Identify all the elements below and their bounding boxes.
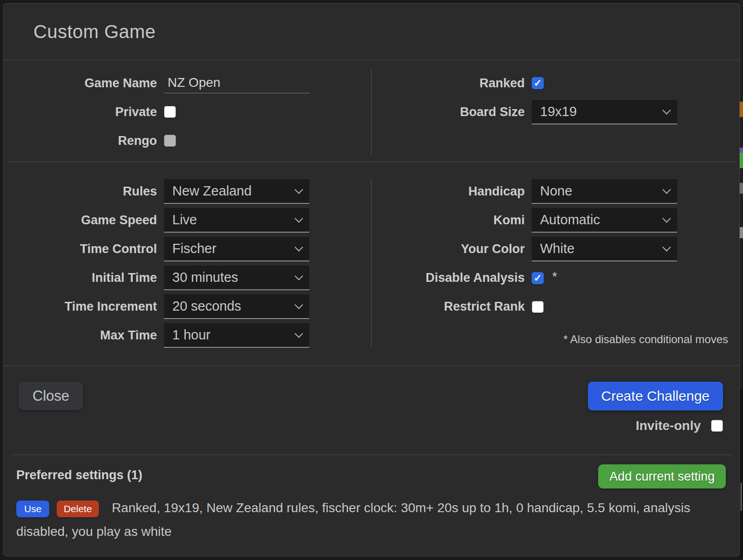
game-speed-label: Game Speed <box>4 213 157 228</box>
time-increment-row: Time Increment 20 seconds <box>4 294 371 319</box>
time-increment-label: Time Increment <box>4 300 157 314</box>
chevron-down-icon <box>662 185 671 194</box>
your-color-select[interactable]: White <box>532 237 677 261</box>
background-sliver <box>741 483 742 511</box>
chevron-down-icon <box>294 300 303 309</box>
chevron-down-icon <box>294 185 303 194</box>
max-time-label: Max Time <box>4 328 157 343</box>
time-increment-value: 20 seconds <box>172 299 241 314</box>
game-speed-value: Live <box>172 212 197 228</box>
background-sliver <box>740 389 743 560</box>
handicap-label: Handicap <box>372 184 525 199</box>
preferred-setting-entry: Use Delete Ranked, 19x19, New Zealand ru… <box>16 496 699 543</box>
rules-label: Rules <box>4 184 157 199</box>
game-speed-row: Game Speed Live <box>4 208 371 233</box>
game-name-input[interactable] <box>164 73 309 93</box>
chevron-down-icon <box>662 106 671 114</box>
dialog-footer: Close Create Challenge Invite-only <box>4 365 739 455</box>
max-time-select[interactable]: 1 hour <box>164 323 309 348</box>
ranked-label: Ranked <box>372 76 525 91</box>
footer-right-group: Create Challenge Invite-only <box>588 382 723 433</box>
rules-select[interactable]: New Zealand <box>164 179 309 204</box>
handicap-row: Handicap None <box>372 179 739 204</box>
background-sliver <box>740 102 743 117</box>
game-name-row: Game Name <box>4 69 371 98</box>
time-increment-select[interactable]: 20 seconds <box>164 294 309 319</box>
rules-value: New Zealand <box>172 183 252 199</box>
board-size-select[interactable]: 19x19 <box>532 100 677 124</box>
handicap-select[interactable]: None <box>532 179 677 204</box>
game-name-label: Game Name <box>4 76 157 91</box>
board-size-label: Board Size <box>372 105 525 119</box>
restrict-rank-checkbox[interactable] <box>532 301 544 313</box>
general-left-column: Game Name Private Rengo <box>4 69 372 155</box>
chevron-down-icon <box>662 243 671 251</box>
ranked-row: Ranked ✓ <box>372 69 739 98</box>
chevron-down-icon <box>294 214 303 222</box>
disable-analysis-checkbox[interactable]: ✓ <box>532 272 544 284</box>
initial-time-row: Initial Time 30 minutes <box>4 266 371 290</box>
handicap-value: None <box>540 183 572 199</box>
invite-only-checkbox[interactable] <box>711 420 723 432</box>
footnote-marker: * <box>552 270 557 283</box>
restrict-rank-label: Restrict Rank <box>372 300 525 314</box>
board-size-value: 19x19 <box>540 104 577 119</box>
preferred-settings-heading: Preferred settings (1) <box>16 468 143 482</box>
private-checkbox[interactable] <box>164 106 176 118</box>
add-current-setting-button[interactable]: Add current setting <box>598 464 726 488</box>
komi-value: Automatic <box>540 212 600 228</box>
initial-time-label: Initial Time <box>4 271 157 285</box>
check-icon: ✓ <box>534 78 542 88</box>
advanced-settings-column: Handicap None Komi Automatic Your Color … <box>372 179 739 348</box>
invite-only-label: Invite-only <box>636 418 701 433</box>
time-control-select[interactable]: Fischer <box>164 237 309 261</box>
max-time-row: Max Time 1 hour <box>4 323 371 348</box>
background-page-edge <box>740 0 743 560</box>
private-row: Private <box>4 98 371 126</box>
time-settings-column: Rules New Zealand Game Speed Live Time C… <box>4 179 372 348</box>
background-sliver <box>740 153 743 168</box>
disable-analysis-row: Disable Analysis ✓ * <box>372 266 739 290</box>
your-color-label: Your Color <box>372 242 525 256</box>
analysis-footnote: * Also disables conditional moves <box>563 333 739 348</box>
time-control-label: Time Control <box>4 242 157 256</box>
background-sliver <box>740 227 743 238</box>
dialog-title: Custom Game <box>33 21 156 42</box>
ranked-checkbox[interactable]: ✓ <box>532 77 544 89</box>
create-challenge-button[interactable]: Create Challenge <box>588 382 723 410</box>
close-button[interactable]: Close <box>19 382 83 410</box>
initial-time-value: 30 minutes <box>172 270 238 285</box>
detail-settings-pane: Rules New Zealand Game Speed Live Time C… <box>4 162 739 365</box>
dialog-header: Custom Game <box>4 4 739 60</box>
chevron-down-icon <box>294 329 303 338</box>
footnote-row: * Also disables conditional moves <box>372 323 739 348</box>
chevron-down-icon <box>662 214 671 222</box>
invite-only-row: Invite-only <box>636 418 723 433</box>
chevron-down-icon <box>294 272 303 280</box>
use-setting-button[interactable]: Use <box>16 501 49 517</box>
disable-analysis-label: Disable Analysis <box>372 271 525 285</box>
rengo-row: Rengo <box>4 126 371 155</box>
rengo-checkbox[interactable] <box>164 135 176 147</box>
general-settings-pane: Game Name Private Rengo Ranked ✓ Board S… <box>4 60 739 162</box>
time-control-value: Fischer <box>172 241 216 256</box>
rules-row: Rules New Zealand <box>4 179 371 204</box>
max-time-value: 1 hour <box>172 327 210 343</box>
your-color-value: White <box>540 241 574 256</box>
preferred-settings-header: Preferred settings (1) Add current setti… <box>16 464 726 488</box>
custom-game-dialog: Custom Game Game Name Private Rengo Rank… <box>3 3 740 556</box>
komi-select[interactable]: Automatic <box>532 208 677 233</box>
delete-setting-button[interactable]: Delete <box>57 501 99 517</box>
game-speed-select[interactable]: Live <box>164 208 309 233</box>
komi-row: Komi Automatic <box>372 208 739 233</box>
time-control-row: Time Control Fischer <box>4 237 371 261</box>
board-size-row: Board Size 19x19 <box>372 98 739 126</box>
preferred-setting-description: Ranked, 19x19, New Zealand rules, fische… <box>16 501 691 539</box>
background-sliver <box>740 148 743 153</box>
restrict-rank-row: Restrict Rank <box>372 294 739 319</box>
rengo-label: Rengo <box>4 134 157 148</box>
initial-time-select[interactable]: 30 minutes <box>164 266 309 290</box>
check-icon: ✓ <box>534 273 542 283</box>
your-color-row: Your Color White <box>372 237 739 261</box>
background-sliver <box>740 183 743 194</box>
